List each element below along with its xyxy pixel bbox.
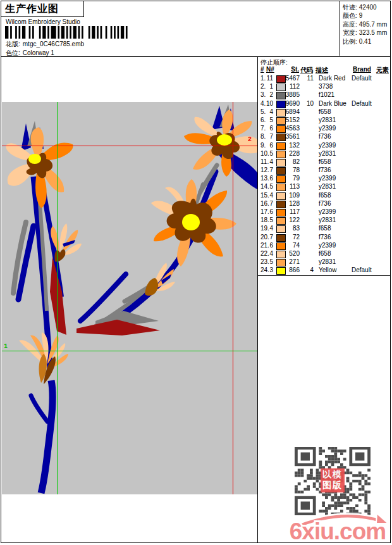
cell-desc: f658 — [319, 225, 331, 232]
cell-desc: Dark Blue — [319, 100, 346, 108]
cell-st: 117 — [285, 208, 300, 216]
cell-n: 3 — [265, 266, 273, 274]
cell-n: 7 — [265, 166, 273, 174]
cell-n: 7 — [265, 200, 273, 208]
col-hash: # — [260, 66, 264, 73]
table-row: 15.4109f658 — [260, 192, 390, 200]
cell-desc: f658 — [319, 250, 331, 258]
col-brand: Brand — [353, 66, 371, 73]
cell-n: 7 — [265, 133, 273, 141]
green-guide-horizontal — [2, 351, 257, 351]
cell-n: 2 — [265, 91, 273, 99]
table-row: 21.674y2399 — [260, 242, 390, 250]
guide-marker-1: 1 — [4, 343, 8, 350]
cell-desc: Yellow — [319, 266, 337, 274]
cell-st: 9690 — [285, 100, 300, 108]
stat-scale: 比例:0.41 — [343, 37, 389, 46]
cell-st: 128 — [285, 200, 300, 208]
cell-brand: Default — [352, 75, 372, 82]
production-worksheet-page: { "header": { "title": "生产作业图", "subtitl… — [0, 0, 392, 545]
table-row: 22.4520f658 — [260, 250, 390, 258]
table-row: 14.5113y2831 — [260, 183, 390, 191]
title-box: 生产作业图 — [1, 1, 84, 17]
qr-code-block: 以模 图版 — [292, 444, 373, 518]
stat-width: 宽度:323.5 mm — [343, 28, 389, 37]
cell-n: 6 — [265, 175, 273, 182]
cell-n: 6 — [265, 208, 273, 216]
cell-st: 3885 — [285, 91, 300, 99]
right-panel: 停止顺序: # N# St. 代码 描述 Brand 元素 1.11546711… — [257, 57, 390, 542]
cell-desc: y2399 — [319, 242, 336, 249]
cell-n: 1 — [265, 83, 273, 91]
cell-st: 3561 — [285, 133, 300, 141]
cell-st: 520 — [285, 250, 300, 258]
pattern-label: 花版: — [6, 41, 20, 47]
cell-desc: y2831 — [319, 150, 336, 158]
cell-desc: f736 — [319, 166, 331, 174]
cell-n: 4 — [265, 250, 273, 258]
cell-st: 5467 — [285, 75, 300, 82]
table-row: 6.55152y2831 — [260, 116, 390, 125]
red-guide-vertical — [233, 102, 233, 494]
cell-st: 6894 — [285, 108, 300, 116]
cell-desc: f736 — [319, 234, 331, 241]
cell-st: 82 — [285, 158, 300, 166]
cell-desc: y2831 — [319, 183, 336, 191]
cell-n: 6 — [265, 125, 273, 132]
page-title: 生产作业图 — [5, 3, 83, 16]
cell-desc: 3738 — [319, 83, 333, 91]
table-row: 9.6132y2399 — [260, 142, 390, 150]
table-row: 8.73561f736 — [260, 133, 390, 141]
cell-st: 83 — [285, 225, 300, 232]
cell-desc: y2399 — [319, 208, 336, 216]
col-needle: N# — [266, 66, 274, 73]
table-row: 20.772f736 — [260, 234, 390, 242]
cell-n: 4 — [265, 108, 273, 116]
table-row: 24.38664YellowDefault — [260, 266, 390, 275]
cell-n: 4 — [265, 225, 273, 232]
colorway-label: 色位: — [6, 49, 20, 56]
cell-brand: Default — [352, 266, 372, 274]
stat-colors: 颜色:9 — [343, 11, 389, 20]
table-row: 12.778f736 — [260, 166, 390, 175]
table-row: 16.7128f736 — [260, 200, 390, 208]
cell-code: 10 — [301, 100, 314, 108]
cell-n: 5 — [265, 258, 273, 266]
cell-brand: Default — [352, 100, 372, 108]
cell-st: 72 — [285, 234, 300, 241]
cell-st: 79 — [285, 175, 300, 182]
cell-desc: y2399 — [319, 125, 336, 132]
cell-st: 112 — [285, 83, 300, 91]
table-row: 2.11123738 — [260, 83, 390, 91]
stat-height: 高度:495.7 mm — [343, 20, 389, 28]
cell-st: 271 — [285, 258, 300, 266]
table-row: 3.23885f1021 — [260, 91, 390, 99]
cell-st: 228 — [285, 150, 300, 158]
pattern-line: 花版:mtgc_0C46C785.emb — [6, 40, 84, 49]
cell-desc: y2831 — [319, 258, 336, 266]
cell-n: 10 — [265, 100, 273, 108]
cell-desc: y2831 — [319, 116, 336, 124]
cell-n: 5 — [265, 116, 273, 124]
cell-code: 11 — [301, 75, 314, 82]
table-row: 5.46894f658 — [260, 108, 390, 116]
cell-st: 5152 — [285, 116, 300, 124]
table-row: 23.5271y2831 — [260, 258, 390, 266]
green-guide-vertical — [57, 102, 58, 494]
col-code: 代码 — [300, 66, 313, 75]
col-element: 元素 — [376, 66, 389, 75]
table-row: 13.679y2399 — [260, 175, 390, 183]
cell-st: 132 — [285, 142, 300, 149]
design-stats-box: 针迹:42400 颜色:9 高度:495.7 mm 宽度:323.5 mm 比例… — [340, 1, 389, 56]
table-row: 4.10969010Dark BlueDefault — [260, 100, 390, 108]
cell-st: 109 — [285, 192, 300, 199]
cell-n: 5 — [265, 216, 273, 224]
cell-desc: f658 — [319, 192, 331, 199]
watermark-stamp: 以模 图版 — [321, 468, 345, 492]
guide-marker-2: 2 — [248, 136, 252, 143]
table-header-row: # N# St. 代码 描述 Brand 元素 — [260, 66, 390, 74]
stop-sequence-table: 停止顺序: # N# St. 代码 描述 Brand 元素 1.11546711… — [258, 57, 390, 276]
cell-n: 5 — [265, 183, 273, 191]
cell-desc: y2831 — [319, 216, 336, 224]
cell-desc: f1021 — [319, 91, 334, 99]
